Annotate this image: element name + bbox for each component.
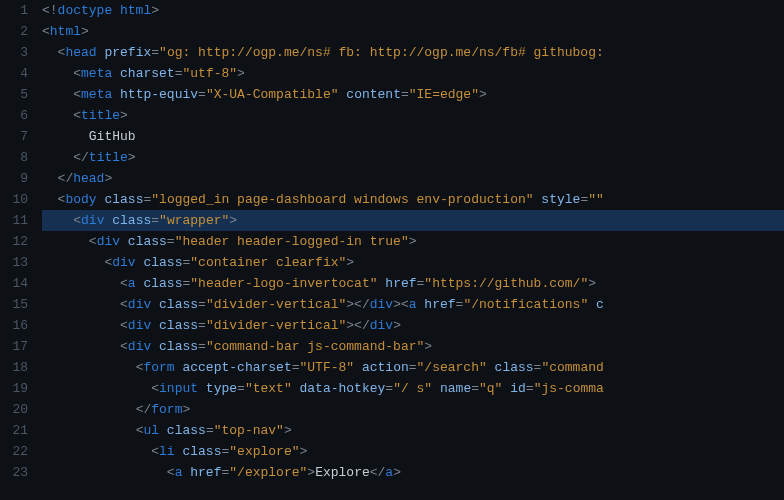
token-punc: </ bbox=[58, 171, 74, 186]
code-line[interactable]: <a class="header-logo-invertocat" href="… bbox=[42, 273, 784, 294]
line-number: 4 bbox=[0, 63, 28, 84]
token-punc: = bbox=[526, 381, 534, 396]
token-punc: < bbox=[167, 465, 175, 480]
token-attr: href bbox=[424, 297, 455, 312]
token-str: "og: http://ogp.me/ns# fb: http://ogp.me… bbox=[159, 45, 604, 60]
code-line[interactable]: <input type="text" data-hotkey="/ s" nam… bbox=[42, 378, 784, 399]
token-tag: div bbox=[128, 297, 151, 312]
token-punc: > bbox=[120, 108, 128, 123]
token-punc: < bbox=[89, 234, 97, 249]
token-punc: = bbox=[401, 87, 409, 102]
line-number: 23 bbox=[0, 462, 28, 483]
token-str: "/notifications" bbox=[463, 297, 588, 312]
token-str: "IE=edge" bbox=[409, 87, 479, 102]
token-str: "explore" bbox=[229, 444, 299, 459]
token-str: "/explore" bbox=[229, 465, 307, 480]
token-str: "X-UA-Compatible" bbox=[206, 87, 339, 102]
token-str: "container clearfix" bbox=[190, 255, 346, 270]
line-number-gutter: 1234567891011121314151617181920212223 bbox=[0, 0, 42, 500]
token-attr: name bbox=[440, 381, 471, 396]
token-punc: = bbox=[237, 381, 245, 396]
token-attr: class bbox=[495, 360, 534, 375]
token-punc: = bbox=[385, 381, 393, 396]
token-txt bbox=[432, 381, 440, 396]
token-str: "wrapper" bbox=[159, 213, 229, 228]
token-punc: < bbox=[42, 24, 50, 39]
token-punc: < bbox=[73, 87, 81, 102]
line-number: 18 bbox=[0, 357, 28, 378]
code-line[interactable]: <div class="header header-logged-in true… bbox=[42, 231, 784, 252]
token-attr: class bbox=[159, 339, 198, 354]
token-punc: > bbox=[409, 234, 417, 249]
code-line[interactable]: <meta http-equiv="X-UA-Compatible" conte… bbox=[42, 84, 784, 105]
code-line[interactable]: <div class="divider-vertical"></div> bbox=[42, 315, 784, 336]
token-txt bbox=[198, 381, 206, 396]
token-str: "top-nav" bbox=[214, 423, 284, 438]
token-tag: head bbox=[73, 171, 104, 186]
token-punc: <! bbox=[42, 3, 58, 18]
line-number: 21 bbox=[0, 420, 28, 441]
line-number: 10 bbox=[0, 189, 28, 210]
code-line[interactable]: <form accept-charset="UTF-8" action="/se… bbox=[42, 357, 784, 378]
token-punc: < bbox=[73, 66, 81, 81]
token-txt: Explore bbox=[315, 465, 370, 480]
token-punc: > bbox=[151, 3, 159, 18]
code-line[interactable]: <meta charset="utf-8"> bbox=[42, 63, 784, 84]
token-punc: < bbox=[120, 297, 128, 312]
code-line[interactable]: </title> bbox=[42, 147, 784, 168]
code-line[interactable]: <li class="explore"> bbox=[42, 441, 784, 462]
code-line[interactable]: <a href="/explore">Explore</a> bbox=[42, 462, 784, 483]
token-punc: > bbox=[284, 423, 292, 438]
token-attr: accept-charset bbox=[182, 360, 291, 375]
line-number: 7 bbox=[0, 126, 28, 147]
token-tag: meta bbox=[81, 87, 112, 102]
line-number: 12 bbox=[0, 231, 28, 252]
token-attr: prefix bbox=[104, 45, 151, 60]
token-str: "utf-8" bbox=[182, 66, 237, 81]
token-punc: </ bbox=[370, 465, 386, 480]
token-punc: > bbox=[128, 150, 136, 165]
token-str: "q" bbox=[479, 381, 502, 396]
code-line[interactable]: <body class="logged_in page-dashboard wi… bbox=[42, 189, 784, 210]
code-line[interactable]: <div class="container clearfix"> bbox=[42, 252, 784, 273]
token-str: "divider-vertical" bbox=[206, 318, 346, 333]
token-punc: = bbox=[198, 87, 206, 102]
code-line[interactable]: <title> bbox=[42, 105, 784, 126]
code-line[interactable]: <ul class="top-nav"> bbox=[42, 420, 784, 441]
code-line[interactable]: <html> bbox=[42, 21, 784, 42]
token-str: "divider-vertical" bbox=[206, 297, 346, 312]
token-punc: > bbox=[229, 213, 237, 228]
token-attr: class bbox=[143, 276, 182, 291]
token-attr: class bbox=[159, 318, 198, 333]
token-txt bbox=[159, 423, 167, 438]
code-line[interactable]: </form> bbox=[42, 399, 784, 420]
token-punc: = bbox=[409, 360, 417, 375]
code-line[interactable]: <head prefix="og: http://ogp.me/ns# fb: … bbox=[42, 42, 784, 63]
token-punc: = bbox=[167, 234, 175, 249]
token-txt bbox=[292, 381, 300, 396]
code-content[interactable]: <!doctype html><html> <head prefix="og: … bbox=[42, 0, 784, 500]
line-number: 11 bbox=[0, 210, 28, 231]
line-number: 17 bbox=[0, 336, 28, 357]
token-str: "header-logo-invertocat" bbox=[190, 276, 377, 291]
token-str: "header header-logged-in true" bbox=[175, 234, 409, 249]
token-punc: > bbox=[104, 171, 112, 186]
code-line[interactable]: <!doctype html> bbox=[42, 0, 784, 21]
code-line[interactable]: GitHub bbox=[42, 126, 784, 147]
code-line[interactable]: <div class="wrapper"> bbox=[42, 210, 784, 231]
token-tag: a bbox=[409, 297, 417, 312]
token-str: "logged_in page-dashboard windows env-pr… bbox=[151, 192, 533, 207]
code-line[interactable]: </head> bbox=[42, 168, 784, 189]
code-line[interactable]: <div class="divider-vertical"></div><a h… bbox=[42, 294, 784, 315]
code-editor[interactable]: 1234567891011121314151617181920212223 <!… bbox=[0, 0, 784, 500]
token-punc: < bbox=[73, 108, 81, 123]
line-number: 22 bbox=[0, 441, 28, 462]
token-attr: href bbox=[190, 465, 221, 480]
token-tag: div bbox=[128, 339, 151, 354]
token-tag: div bbox=[370, 318, 393, 333]
code-line[interactable]: <div class="command-bar js-command-bar"> bbox=[42, 336, 784, 357]
token-tag: li bbox=[159, 444, 175, 459]
token-tag: title bbox=[89, 150, 128, 165]
token-attr: id bbox=[510, 381, 526, 396]
token-attr: class bbox=[143, 255, 182, 270]
